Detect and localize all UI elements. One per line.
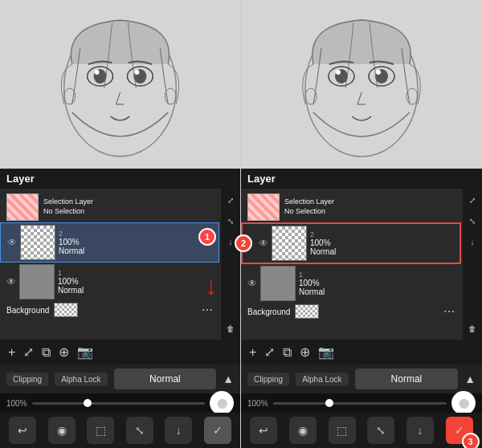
clipping-tab-right[interactable]: Clipping <box>247 373 289 386</box>
bottom-toolbar-right: + ⤢ ⧉ ⊕ 📷 <box>241 340 482 365</box>
layer-info-1-right: 1 100% Normal <box>299 271 455 296</box>
bg-thumb-left <box>54 303 78 317</box>
transform-btn-right[interactable]: ⤡ <box>367 417 394 444</box>
zoom-label-left: 100% <box>6 399 27 408</box>
zoom-slider-right[interactable] <box>273 402 447 405</box>
bottom-toolbar-left: + ⤢ ⧉ ⊕ 📷 <box>0 340 240 365</box>
selection-label2: No Selection <box>43 207 93 217</box>
chevron-up-right[interactable]: ▲ <box>464 373 476 385</box>
check-btn-right[interactable]: ✓ 3 <box>446 417 473 444</box>
check-btn-left[interactable]: ✓ <box>204 417 231 444</box>
undo-btn-left[interactable]: ↩ <box>9 417 36 444</box>
side-trash-btn-right[interactable]: 🗑 <box>464 320 480 336</box>
layer-thumb-1-right <box>260 266 296 301</box>
right-panel: Layer Selection Layer No Selection 2 👁 <box>241 0 482 448</box>
down-btn-left[interactable]: ↓ <box>165 417 192 444</box>
fill-btn-left[interactable]: ◉ <box>48 417 76 444</box>
select-btn-left[interactable]: ⬚ <box>87 417 114 444</box>
zoom-thumb-left <box>84 399 92 407</box>
move-btn-left[interactable]: ⤢ <box>22 343 35 361</box>
footer-bar-right: Clipping Alpha Lock Normal ▲ <box>241 365 482 393</box>
move-btn-right[interactable]: ⤢ <box>263 343 276 361</box>
badge-2: 2 <box>235 234 252 252</box>
zoom-bar-left: 100% ⬤ <box>0 393 240 413</box>
fill-btn-right[interactable]: ◉ <box>289 417 317 444</box>
add-btn-right[interactable]: + <box>247 344 258 361</box>
layer-opacity-1-left: 100% <box>58 277 213 286</box>
merge-btn-right[interactable]: ⊕ <box>298 343 312 361</box>
eye-icon-1-right[interactable]: 👁 <box>247 278 257 289</box>
brush-round-btn-right[interactable]: ⬤ <box>451 391 476 415</box>
layer-mode-2-left: Normal <box>59 246 212 255</box>
side-transform-btn[interactable]: ⤡ <box>223 213 239 229</box>
eye-icon-2-left[interactable]: 👁 <box>7 237 17 248</box>
layer-row-2-right[interactable]: 2 👁 2 100% Normal <box>241 222 461 264</box>
zoom-label-right: 100% <box>247 399 268 408</box>
side-down-btn-right[interactable]: ↓ <box>464 234 480 250</box>
layer-row-1-left[interactable]: 👁 1 100% Normal <box>0 263 219 301</box>
layer-num-1-right: 1 <box>299 271 455 279</box>
layer-list-left: Selection Layer No Selection 👁 2 100% No… <box>0 189 240 340</box>
zoom-slider-left[interactable] <box>32 402 205 405</box>
copy-btn-left[interactable]: ⧉ <box>40 344 52 361</box>
bg-row-left: Background ⋯ <box>0 301 219 319</box>
svg-point-7 <box>134 70 139 75</box>
layer-row-2-left[interactable]: 👁 2 100% Normal <box>0 222 219 263</box>
layer-panel-right: Layer Selection Layer No Selection 2 👁 <box>241 169 482 365</box>
undo-btn-right[interactable]: ↩ <box>250 417 277 444</box>
add-btn-left[interactable]: + <box>6 344 17 361</box>
footer-mode-left[interactable]: Normal <box>114 369 217 389</box>
alpha-lock-tab-right[interactable]: Alpha Lock <box>296 373 348 386</box>
layer-num-2-left: 2 <box>59 230 212 238</box>
selection-thumb-right <box>247 193 280 221</box>
down-btn-right[interactable]: ↓ <box>406 417 434 444</box>
left-panel: Layer Selection Layer No Selection 👁 <box>0 0 241 448</box>
chevron-up-left[interactable]: ▲ <box>223 373 234 385</box>
layer-title-left: Layer <box>0 169 240 189</box>
badge-3: 3 <box>462 433 480 448</box>
selection-label1-right: Selection Layer <box>284 198 334 207</box>
layer-panel-left: Layer Selection Layer No Selection 👁 <box>0 169 240 365</box>
layer-list-right: Selection Layer No Selection 2 👁 2 100% … <box>241 189 482 340</box>
selection-layer-left[interactable]: Selection Layer No Selection <box>0 192 219 222</box>
layer-mode-1-left: Normal <box>58 286 213 295</box>
layer-info-2-left: 2 100% Normal <box>59 230 212 255</box>
side-move-btn-right[interactable]: ⤢ <box>464 192 480 208</box>
clipping-tab-left[interactable]: Clipping <box>6 373 48 386</box>
camera-btn-left[interactable]: 📷 <box>76 343 95 361</box>
brush-round-btn-left[interactable]: ⬤ <box>210 391 234 415</box>
svg-point-17 <box>376 70 381 75</box>
zoom-thumb-right <box>325 399 333 407</box>
svg-point-6 <box>95 70 100 75</box>
footer-mode-right[interactable]: Normal <box>355 369 459 389</box>
layer-title-right: Layer <box>241 169 482 189</box>
zoom-bar-right: 100% ⬤ <box>241 393 482 413</box>
layer-row-1-right[interactable]: 👁 1 100% Normal <box>241 264 461 303</box>
transform-btn-left[interactable]: ⤡ <box>126 417 153 444</box>
side-transform-btn-right[interactable]: ⤡ <box>464 213 480 229</box>
selection-layer-right[interactable]: Selection Layer No Selection <box>241 192 461 222</box>
layer-mode-2-right: Normal <box>310 247 453 256</box>
merge-btn-left[interactable]: ⊕ <box>57 343 71 361</box>
actions-bar-right: ↩ ◉ ⬚ ⤡ ↓ ✓ 3 <box>241 413 482 448</box>
footer-bar-left: Clipping Alpha Lock Normal ▲ <box>0 365 240 393</box>
bg-label-left: Background <box>6 306 49 315</box>
three-dots-left[interactable]: ⋯ <box>202 303 213 316</box>
layer-thumb-1-left <box>19 264 55 299</box>
actions-bar-left: ↩ ◉ ⬚ ⤡ ↓ ✓ <box>0 413 240 448</box>
copy-btn-right[interactable]: ⧉ <box>281 344 293 361</box>
three-dots-right[interactable]: ⋯ <box>443 305 455 318</box>
camera-btn-right[interactable]: 📷 <box>317 343 336 361</box>
sketch-area-right <box>241 0 482 169</box>
layer-opacity-2-left: 100% <box>59 238 212 246</box>
svg-point-16 <box>336 70 341 75</box>
alpha-lock-tab-left[interactable]: Alpha Lock <box>55 373 107 386</box>
side-move-btn[interactable]: ⤢ <box>223 192 239 208</box>
side-toolbar-right: ⤢ ⤡ ↓ 🗑 <box>463 189 482 340</box>
layer-mode-1-right: Normal <box>299 287 455 296</box>
eye-icon-2-right[interactable]: 👁 <box>259 238 268 249</box>
side-trash-btn[interactable]: 🗑 <box>223 320 239 336</box>
selection-label1: Selection Layer <box>43 198 93 207</box>
select-btn-right[interactable]: ⬚ <box>329 417 356 444</box>
eye-icon-1-left[interactable]: 👁 <box>6 276 16 287</box>
